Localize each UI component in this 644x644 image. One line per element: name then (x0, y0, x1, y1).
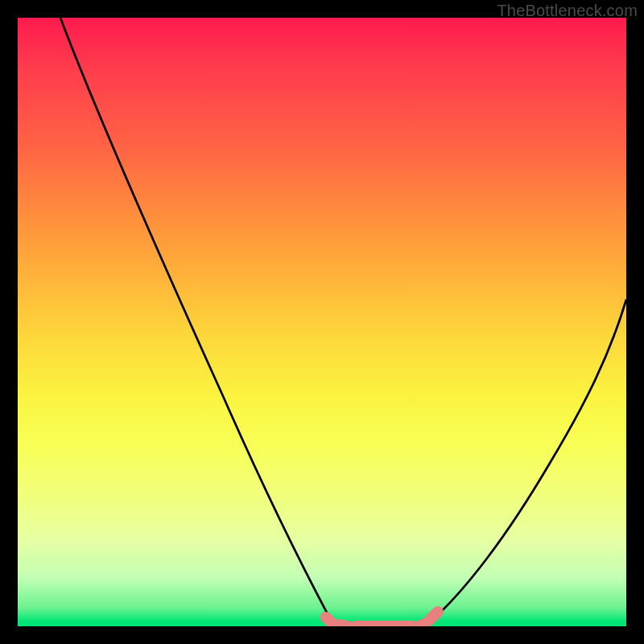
watermark-text: TheBottleneck.com (497, 2, 638, 20)
left-curve (60, 18, 334, 626)
chart-container: TheBottleneck.com (0, 0, 644, 644)
flat-bottom-segment (326, 612, 438, 626)
right-curve (425, 299, 626, 626)
chart-svg (18, 18, 626, 626)
